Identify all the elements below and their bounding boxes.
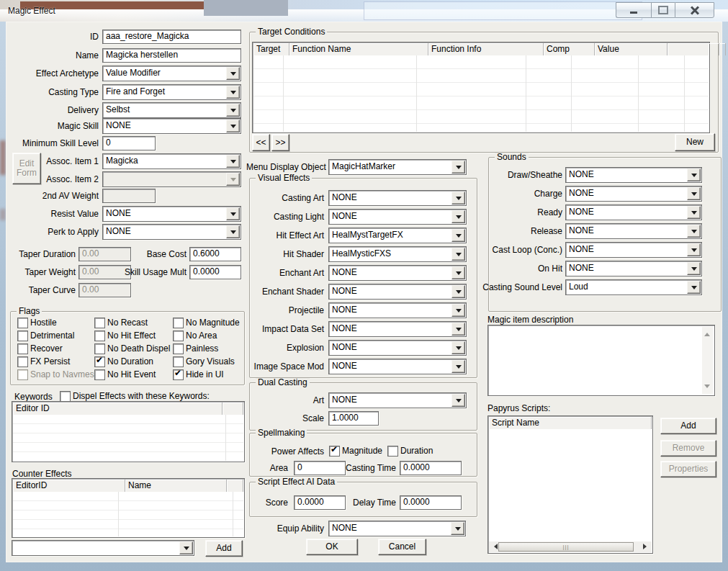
dropdown-button[interactable] — [226, 67, 240, 80]
keywords-list[interactable]: Editor ID — [12, 401, 245, 462]
scroll-up-icon[interactable] — [704, 330, 710, 336]
explosion-select[interactable]: NONE — [328, 340, 467, 356]
assoc-item-2-select[interactable] — [102, 171, 241, 187]
dropdown-button[interactable] — [226, 225, 240, 238]
base-cost-input[interactable]: 0.6000 — [189, 247, 241, 261]
dual-art-select[interactable]: NONE — [328, 392, 467, 408]
close-button[interactable] — [675, 2, 714, 18]
hit-effect-art-select[interactable]: HealMystTargetFX — [328, 228, 467, 243]
new-condition-button[interactable]: New — [675, 133, 715, 151]
column-header-function-name[interactable]: Function Name — [289, 43, 428, 55]
target-conditions-body[interactable] — [253, 55, 709, 132]
ready-select[interactable]: NONE — [565, 204, 702, 220]
charge-select[interactable]: NONE — [565, 186, 702, 202]
resist-value-select[interactable]: NONE — [102, 206, 241, 222]
checkbox[interactable] — [173, 318, 184, 328]
cancel-button[interactable]: Cancel — [378, 539, 426, 555]
scrollbar-thumb[interactable]: ||| — [498, 542, 634, 552]
projectile-select[interactable]: NONE — [328, 302, 467, 318]
dropdown-button[interactable] — [687, 243, 701, 256]
target-conditions-header[interactable]: Target Function Name Function Info Comp … — [253, 43, 709, 56]
script-add-button[interactable]: Add — [660, 418, 716, 434]
dropdown-button[interactable] — [687, 187, 701, 200]
checkbox-checked[interactable] — [173, 369, 184, 380]
dropdown-button[interactable] — [226, 155, 240, 168]
checkbox[interactable] — [17, 343, 28, 354]
dropdown-button[interactable] — [687, 225, 701, 238]
effect-archetype-select[interactable]: Value Modifier — [102, 66, 241, 81]
column-header-blank[interactable] — [719, 43, 726, 55]
checkbox[interactable] — [173, 343, 184, 354]
condition-move-right-button[interactable]: >> — [271, 134, 289, 151]
column-header-editorid[interactable]: EditorID — [13, 480, 125, 492]
id-input[interactable]: aaa_restore_Magicka — [102, 30, 241, 44]
image-space-mod-select[interactable]: NONE — [328, 359, 467, 374]
delay-time-input[interactable]: 0.0000 — [400, 495, 462, 510]
dropdown-button[interactable] — [687, 262, 701, 275]
name-input[interactable]: Magicka herstellen — [102, 48, 241, 63]
magic-skill-select[interactable]: NONE — [102, 118, 241, 134]
counter-effect-select[interactable] — [12, 540, 194, 556]
checkbox[interactable] — [387, 446, 398, 457]
checkbox[interactable] — [17, 331, 28, 341]
checkbox[interactable] — [17, 318, 28, 328]
impact-data-set-select[interactable]: NONE — [328, 321, 467, 337]
dropdown-button[interactable] — [687, 168, 701, 181]
draw-sheathe-select[interactable]: NONE — [565, 167, 702, 183]
dropdown-button[interactable] — [451, 248, 465, 261]
counter-effects-list-body[interactable] — [13, 492, 243, 536]
checkbox-checked[interactable] — [94, 356, 105, 367]
maximize-button[interactable] — [651, 2, 675, 18]
cast-loop-select[interactable]: NONE — [565, 242, 702, 258]
dropdown-button[interactable] — [226, 86, 240, 99]
script-remove-button[interactable]: Remove — [660, 440, 716, 457]
checkbox[interactable] — [17, 356, 28, 367]
checkbox[interactable] — [94, 318, 105, 328]
dropdown-button[interactable] — [226, 104, 240, 117]
checkbox[interactable] — [173, 331, 184, 341]
column-header-name[interactable]: Name — [125, 480, 227, 492]
minimum-skill-level-input[interactable]: 0 — [102, 136, 156, 150]
counter-effects-list-header[interactable]: EditorID Name — [13, 480, 243, 493]
ok-button[interactable]: OK — [306, 539, 358, 555]
casting-sound-level-select[interactable]: Loud — [565, 279, 702, 295]
condition-move-left-button[interactable]: << — [252, 134, 270, 151]
dropdown-button[interactable] — [226, 207, 240, 220]
dropdown-button[interactable] — [687, 206, 701, 219]
keywords-list-header[interactable]: Editor ID — [13, 403, 243, 415]
dropdown-button[interactable] — [451, 266, 465, 279]
enchant-art-select[interactable]: NONE — [328, 265, 467, 281]
taper-curve-input[interactable]: 0.00 — [78, 283, 131, 297]
enchant-shader-select[interactable]: NONE — [328, 284, 467, 300]
menu-display-object-select[interactable]: MagicHatMarker — [328, 159, 467, 175]
perk-to-apply-select[interactable]: NONE — [102, 224, 241, 240]
dropdown-button[interactable] — [451, 285, 465, 298]
vertical-scrollbar[interactable] — [702, 327, 713, 394]
column-header-script-name[interactable]: Script Name — [489, 417, 652, 429]
dropdown-button[interactable] — [451, 161, 465, 174]
checkbox-checked[interactable] — [329, 446, 340, 457]
scroll-down-icon[interactable] — [704, 385, 710, 391]
checkbox[interactable] — [94, 343, 105, 354]
casting-art-select[interactable]: NONE — [328, 190, 467, 206]
dropdown-button[interactable] — [226, 120, 240, 132]
column-header-blank[interactable] — [223, 403, 243, 415]
column-header-value[interactable]: Value — [595, 43, 668, 55]
casting-time-input[interactable]: 0.0000 — [400, 461, 462, 475]
release-select[interactable]: NONE — [565, 223, 702, 239]
checkbox[interactable] — [94, 331, 105, 341]
on-hit-select[interactable]: NONE — [565, 261, 702, 276]
dropdown-button[interactable] — [451, 522, 464, 535]
second-av-weight-input[interactable] — [102, 189, 156, 203]
papyrus-scripts-header[interactable]: Script Name — [489, 417, 652, 430]
casting-light-select[interactable]: NONE — [328, 209, 467, 225]
casting-type-select[interactable]: Fire and Forget — [102, 84, 241, 100]
checkbox[interactable] — [17, 369, 28, 380]
dropdown-button[interactable] — [451, 394, 465, 407]
dropdown-button[interactable] — [451, 360, 465, 373]
dropdown-button[interactable] — [179, 541, 193, 554]
column-header-comp[interactable]: Comp — [544, 43, 595, 55]
keywords-list-body[interactable] — [13, 415, 243, 461]
papyrus-scripts-body[interactable] — [489, 429, 652, 541]
column-header-blank[interactable] — [227, 480, 243, 492]
